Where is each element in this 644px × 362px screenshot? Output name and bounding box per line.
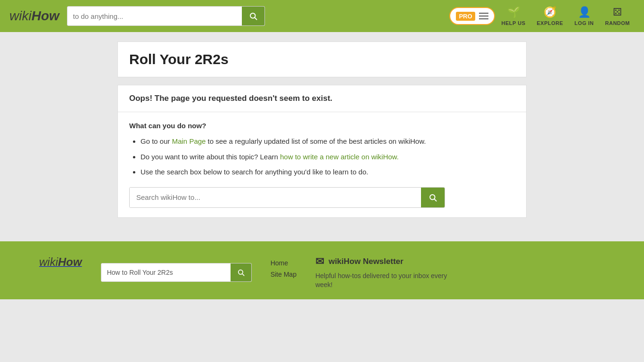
newsletter-icon: ✉ — [315, 255, 324, 268]
write-article-link[interactable]: how to write a new article on wikiHow. — [280, 153, 399, 161]
nav-item-random[interactable]: ⚄ RANDOM — [601, 3, 635, 29]
search-icon — [249, 12, 257, 20]
footer-links-section: Home Site Map — [271, 259, 297, 278]
logo-wiki-text: wiki — [9, 8, 32, 24]
hamburger-icon — [479, 13, 488, 19]
newsletter-title: wikiHow Newsletter — [329, 257, 404, 266]
footer-link-sitemap[interactable]: Site Map — [271, 271, 297, 278]
footer-logo-how: How — [58, 255, 82, 268]
main-content: Roll Your 2R2s Oops! The page you reques… — [110, 32, 534, 227]
bottom-search-bar — [129, 187, 445, 208]
footer-logo-link[interactable]: wikiHow — [39, 259, 82, 267]
nav-item-login[interactable]: 👤 LOG IN — [570, 3, 599, 29]
bottom-search-button[interactable] — [421, 188, 445, 207]
bullet-1-after: to see a regularly updated list of some … — [206, 137, 426, 145]
main-page-link[interactable]: Main Page — [172, 137, 206, 145]
search-icon — [429, 193, 437, 202]
header-search-button[interactable] — [242, 7, 264, 25]
list-item: Use the search box below to search for a… — [140, 167, 515, 178]
page-title-box: Roll Your 2R2s — [117, 41, 527, 77]
bullet-3-text: Use the search box below to search for a… — [140, 168, 368, 176]
footer-search-bar — [101, 263, 252, 282]
footer-link-home[interactable]: Home — [271, 259, 297, 267]
site-footer: wikiHow Home Site Map ✉ wikiHow News — [0, 241, 644, 299]
logo-how-text: How — [32, 8, 59, 24]
svg-line-1 — [255, 17, 256, 19]
footer-logo-wiki: wiki — [39, 255, 58, 268]
site-header: wikiHow PRO 🌱 HELP US 🧭 EXPLORE 👤 L — [0, 0, 644, 32]
footer-newsletter: ✉ wikiHow Newsletter Helpful how-tos del… — [315, 255, 457, 290]
newsletter-desc: Helpful how-tos delivered to your inbox … — [315, 272, 457, 290]
help-us-icon: 🌱 — [507, 6, 520, 18]
header-search-input[interactable] — [67, 7, 242, 25]
page-title: Roll Your 2R2s — [129, 51, 515, 67]
footer-search-button[interactable] — [231, 263, 251, 281]
login-icon: 👤 — [578, 6, 591, 18]
header-right: PRO 🌱 HELP US 🧭 EXPLORE 👤 LOG IN ⚄ RANDO… — [449, 3, 635, 29]
what-can-list: Go to our Main Page to see a regularly u… — [129, 136, 515, 178]
error-message: Oops! The page you requested doesn't see… — [118, 85, 526, 112]
pro-button[interactable]: PRO — [449, 7, 495, 25]
nav-item-explore[interactable]: 🧭 EXPLORE — [532, 3, 568, 29]
svg-line-3 — [434, 199, 436, 201]
footer-search-section — [101, 255, 252, 282]
bullet-1-before: Go to our — [140, 137, 172, 145]
error-body: What can you do now? Go to our Main Page… — [118, 112, 526, 217]
random-icon: ⚄ — [613, 6, 622, 18]
list-item: Go to our Main Page to see a regularly u… — [140, 136, 515, 147]
nav-login-label: LOG IN — [575, 20, 594, 26]
list-item: Do you want to write about this topic? L… — [140, 152, 515, 163]
search-icon — [237, 269, 245, 276]
bottom-search-input[interactable] — [130, 188, 421, 207]
header-search-bar — [67, 6, 265, 26]
bullet-2-before: Do you want to write about this topic? L… — [140, 153, 280, 161]
footer-inner: wikiHow Home Site Map ✉ wikiHow News — [39, 255, 605, 290]
what-can-section: What can you do now? Go to our Main Page… — [129, 122, 515, 208]
footer-logo: wikiHow — [39, 255, 82, 269]
logo-link[interactable]: wikiHow — [9, 8, 59, 24]
nav-item-help-us[interactable]: 🌱 HELP US — [497, 3, 530, 29]
footer-search-input[interactable] — [101, 263, 231, 281]
nav-explore-label: EXPLORE — [537, 20, 563, 26]
content-box: Oops! The page you requested doesn't see… — [117, 85, 527, 218]
what-can-heading: What can you do now? — [129, 122, 515, 130]
newsletter-header: ✉ wikiHow Newsletter — [315, 255, 457, 268]
nav-help-us-label: HELP US — [502, 20, 526, 26]
pro-label: PRO — [456, 12, 475, 21]
explore-icon: 🧭 — [544, 6, 556, 18]
svg-line-5 — [242, 274, 244, 276]
nav-random-label: RANDOM — [605, 20, 630, 26]
